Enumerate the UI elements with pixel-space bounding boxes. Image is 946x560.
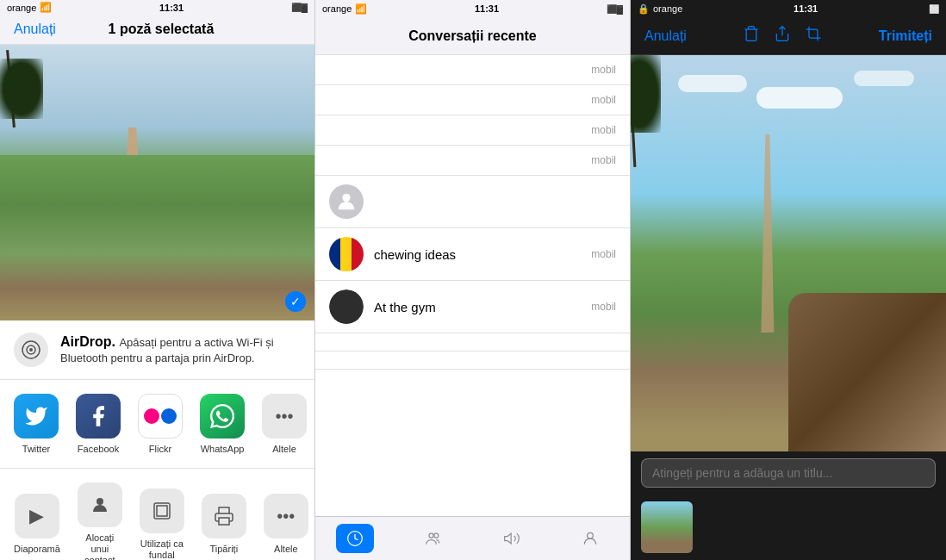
list-item[interactable]: At the gym mobil (315, 281, 630, 333)
conversations-title: Conversații recente (408, 28, 537, 44)
generic-avatar (329, 184, 364, 219)
list-item[interactable]: mobil (315, 55, 630, 85)
status-left-2: orange 📶 (322, 3, 367, 15)
facebook-share-button[interactable]: Facebook (76, 394, 121, 454)
photo-landscape (0, 45, 314, 320)
print-label: Tipăriți (210, 544, 239, 555)
svg-rect-5 (157, 506, 167, 516)
viewer-landscape (631, 55, 946, 451)
more-actions-label: Altele (274, 544, 298, 555)
list-item[interactable]: mobil (315, 115, 630, 146)
carrier-3: orange (653, 3, 682, 14)
send-button[interactable]: Trimiteți (875, 27, 936, 46)
select-badge: ✓ (285, 291, 306, 312)
contact-tag-3: mobil (591, 124, 616, 136)
carrier-2: orange (322, 3, 352, 14)
list-item[interactable]: mobil (315, 85, 630, 115)
photo-area: ✓ (0, 45, 314, 320)
contact-button[interactable]: Alocați unui contact (78, 482, 122, 560)
wallpaper-icon (140, 488, 184, 533)
wallpaper-button[interactable]: Utilizați ca fundal (140, 488, 184, 560)
nav-bar-2: Conversații recente (315, 17, 630, 55)
wallpaper-label: Utilizați ca fundal (140, 538, 184, 560)
time-3: 11:31 (794, 3, 818, 14)
more-apps-label: Altele (272, 444, 296, 454)
contact-name-6: chewing ideas (374, 247, 581, 262)
share-button-3[interactable] (774, 24, 791, 47)
status-right-3: ⬜ (929, 4, 939, 14)
cancel-button-1[interactable]: Anulați (10, 20, 59, 39)
svg-point-7 (342, 194, 350, 202)
status-left-3: 🔒 orange (638, 3, 682, 15)
conversations-tab-bar (315, 516, 630, 560)
airdrop-text: AirDrop. Apăsați pentru a activa Wi-Fi ș… (60, 334, 301, 365)
photo-viewer (631, 55, 946, 451)
list-item[interactable] (315, 333, 630, 352)
svg-point-3 (96, 498, 103, 505)
svg-point-10 (434, 533, 439, 538)
list-item[interactable] (315, 176, 630, 228)
carrier-1: orange (7, 3, 36, 13)
caption-area (631, 451, 946, 495)
status-right-2: ⬛▓ (607, 4, 623, 14)
person-tab-button[interactable] (571, 524, 609, 553)
contact-list: mobil mobil mobil mobil ch (315, 55, 630, 516)
whatsapp-icon (200, 394, 245, 439)
photo-viewer-panel: 🔒 orange 11:31 ⬜ Anulați Trimiteți (631, 0, 946, 560)
wifi-icon: 📶 (40, 2, 52, 13)
contact-name-7: At the gym (374, 300, 581, 314)
facebook-icon (76, 394, 121, 439)
nav-bar-1: Anulați 1 poză selectată (0, 15, 314, 45)
app-share-row: Twitter Facebook Flickr WhatsApp (0, 380, 314, 469)
contact-info-7: At the gym (374, 300, 581, 314)
more-apps-button[interactable]: ••• Altele (262, 394, 307, 454)
time-2: 11:31 (475, 3, 499, 14)
more-actions-button[interactable]: ••• Altele (264, 494, 308, 555)
crop-button[interactable] (805, 24, 822, 47)
caption-input[interactable] (641, 458, 936, 488)
list-item[interactable] (315, 352, 630, 370)
time-1: 11:31 (159, 3, 184, 13)
slideshow-button[interactable]: ▶ Diaporamă (14, 494, 60, 555)
wifi-icon-2: 📶 (355, 3, 367, 15)
twitter-label: Twitter (22, 444, 50, 454)
status-bar-3: 🔒 orange 11:31 ⬜ (631, 0, 946, 17)
list-item[interactable]: chewing ideas mobil (315, 228, 630, 281)
romania-avatar (329, 237, 364, 271)
volume-tab-button[interactable] (493, 524, 531, 553)
nav-bar-3: Anulați Trimiteți (631, 17, 946, 55)
airdrop-icon (14, 333, 48, 367)
status-bar-2: orange 📶 11:31 ⬛▓ (315, 0, 630, 17)
svg-marker-11 (505, 533, 512, 544)
tab-group[interactable] (394, 524, 472, 553)
time-tab-button[interactable] (336, 524, 374, 553)
cancel-button-3[interactable]: Anulați (641, 27, 690, 46)
thumb-img (641, 501, 693, 553)
battery-icon-1: ⬛▓ (291, 3, 308, 12)
twitter-icon (14, 394, 59, 439)
facebook-label: Facebook (78, 444, 119, 454)
tab-person[interactable] (551, 524, 630, 553)
contact-info-6: chewing ideas (374, 247, 581, 262)
flickr-label: Flickr (149, 444, 171, 454)
contact-tag-2: mobil (591, 94, 616, 106)
svg-point-2 (29, 348, 33, 352)
print-button[interactable]: Tipăriți (202, 494, 246, 555)
trash-button[interactable] (743, 24, 760, 47)
tab-volume[interactable] (473, 524, 551, 553)
flickr-share-button[interactable]: Flickr (138, 394, 183, 454)
thumbnail-1[interactable] (641, 501, 693, 553)
twitter-share-button[interactable]: Twitter (14, 394, 59, 454)
airdrop-row[interactable]: AirDrop. Apăsați pentru a activa Wi-Fi ș… (0, 320, 314, 380)
tab-time[interactable] (315, 524, 394, 553)
thumbnail-row (631, 495, 946, 560)
contact-tag-1: mobil (591, 64, 616, 76)
whatsapp-label: WhatsApp (201, 444, 245, 454)
status-left-1: orange 📶 (7, 2, 52, 13)
whatsapp-share-button[interactable]: WhatsApp (200, 394, 245, 454)
list-item[interactable]: mobil (315, 146, 630, 176)
contact-tag-6: mobil (591, 248, 616, 260)
more-actions-icon: ••• (264, 494, 308, 538)
group-tab-button[interactable] (414, 524, 452, 553)
svg-point-9 (429, 533, 433, 538)
